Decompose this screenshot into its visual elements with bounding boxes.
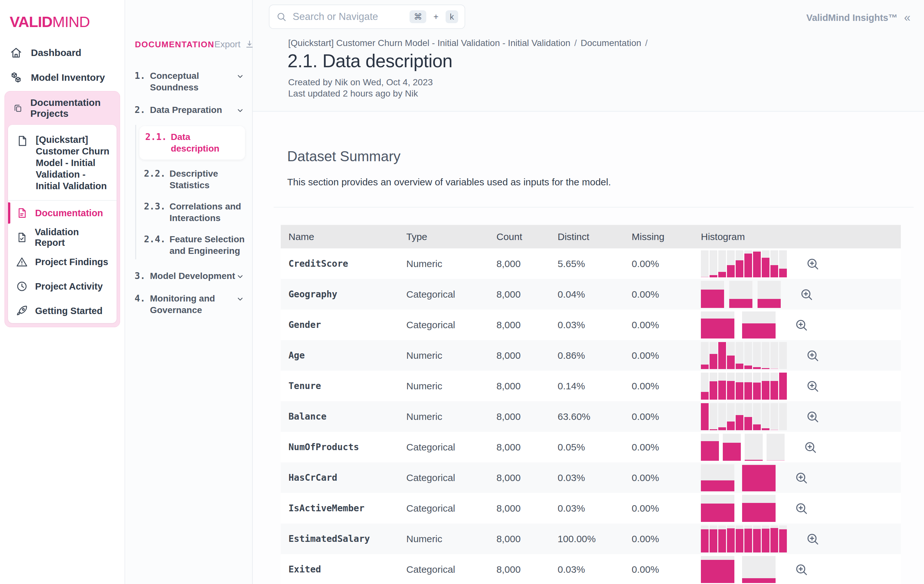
cell-count: 8,000 [497, 319, 558, 331]
sidebar-item-project-activity[interactable]: Project Activity [8, 274, 117, 299]
histogram-bar [762, 368, 769, 369]
histogram-slot [744, 250, 752, 277]
cell-histogram [701, 342, 901, 369]
tree-item-descriptive-statistics[interactable]: 2.2.Descriptive Statistics [136, 168, 245, 191]
histogram-slot [736, 250, 743, 277]
cell-histogram [701, 495, 901, 522]
sidebar-item-documentation[interactable]: Documentation [8, 201, 117, 225]
histogram-bar [771, 429, 778, 430]
histogram-slot [701, 556, 734, 583]
dataset-summary-table: Name Type Count Distinct Missing Histogr… [281, 225, 901, 584]
documentation-nav-title: DOCUMENTATION [135, 39, 214, 49]
histogram-bar [718, 427, 726, 430]
tree-section-number: 1. [135, 70, 145, 93]
histogram-bar [710, 529, 717, 552]
chevron-down-icon[interactable] [235, 71, 245, 81]
tree-item-feature-selection[interactable]: 2.4.Feature Selection and Engineering [136, 234, 245, 257]
histogram [701, 403, 787, 430]
breadcrumb-documentation[interactable]: Documentation [581, 38, 641, 48]
chevron-down-icon[interactable] [235, 271, 245, 281]
histogram-slot [753, 342, 761, 369]
search-input[interactable] [293, 11, 404, 23]
collapse-sidebar-icon[interactable]: « [904, 11, 911, 25]
zoom-in-icon[interactable] [805, 257, 820, 271]
insights-label: ValidMind Insights™ [806, 13, 898, 23]
cell-count: 8,000 [497, 411, 558, 422]
zoom-in-icon[interactable] [805, 532, 820, 546]
tree-section-label: Data Preparation [150, 104, 222, 116]
histogram-bar [771, 368, 778, 369]
histogram-slot [753, 250, 761, 277]
sidebar-item-dashboard[interactable]: Dashboard [0, 40, 125, 65]
sidebar-item-model-inventory[interactable]: Model Inventory [0, 65, 125, 90]
cell-histogram [701, 525, 901, 553]
zoom-in-icon[interactable] [794, 471, 808, 485]
cell-type: Categorical [406, 442, 497, 453]
sidebar-item-project-findings[interactable]: Project Findings [8, 250, 117, 274]
histogram [701, 464, 776, 491]
cell-distinct: 0.04% [558, 289, 632, 300]
zoom-in-icon[interactable] [794, 563, 808, 577]
histogram-slot [771, 342, 778, 369]
cell-type: Numeric [406, 533, 497, 545]
tree-item-number: 2.4. [144, 234, 165, 257]
histogram-bar [727, 355, 735, 369]
cell-name: Balance [281, 411, 406, 422]
tree-section-data-preparation[interactable]: 2.Data Preparation [135, 104, 245, 116]
table-row: EstimatedSalaryNumeric8,000100.00%0.00% [281, 523, 901, 554]
zoom-in-icon[interactable] [805, 410, 820, 424]
tree-item-data-description[interactable]: 2.1.Data description [139, 126, 245, 160]
section-heading: Dataset Summary [287, 148, 924, 165]
chevron-down-icon[interactable] [235, 294, 245, 304]
sidebar-item-documentation-projects[interactable]: Documentation Projects [8, 91, 117, 125]
sidebar-item-getting-started[interactable]: Getting Started [8, 299, 117, 323]
histogram-bar [744, 382, 752, 400]
zoom-in-icon[interactable] [799, 287, 813, 301]
cell-distinct: 0.03% [558, 472, 632, 483]
search-bar[interactable]: ⌘ + k [269, 5, 465, 29]
histogram-bar [736, 260, 743, 277]
cell-distinct: 0.03% [558, 564, 632, 575]
warning-triangle-icon [16, 256, 28, 268]
project-model-item[interactable]: [Quickstart] Customer Churn Model - Init… [8, 125, 117, 201]
search-icon [276, 11, 287, 22]
histogram-slot [771, 373, 778, 400]
histogram-bar [701, 441, 719, 461]
breadcrumb-project[interactable]: [Quickstart] Customer Churn Model - Init… [288, 38, 571, 48]
histogram-slot [727, 525, 735, 553]
histogram-bar [744, 253, 752, 277]
zoom-in-icon[interactable] [805, 349, 820, 363]
histogram-bar [727, 528, 735, 553]
chevron-down-icon[interactable] [235, 105, 245, 115]
histogram-bar [718, 272, 726, 277]
cell-histogram [701, 250, 901, 277]
tree-item-correlations-interactions[interactable]: 2.3.Correlations and Interactions [136, 201, 245, 224]
cell-distinct: 63.60% [558, 411, 632, 422]
column-header-histogram: Histogram [701, 231, 901, 242]
histogram-slot [779, 373, 787, 400]
histogram-slot [723, 434, 741, 461]
zoom-in-icon[interactable] [803, 440, 817, 454]
tree-section-model-development[interactable]: 3.Model Development [135, 270, 245, 282]
primary-nav: Dashboard Model Inventory [0, 40, 125, 90]
cell-histogram [701, 556, 901, 583]
histogram-slot [779, 403, 787, 430]
histogram-bar [727, 381, 735, 399]
tree-section-conceptual-soundness[interactable]: 1.Conceptual Soundness [135, 70, 245, 93]
zoom-in-icon[interactable] [794, 501, 808, 515]
histogram-bar [701, 560, 734, 583]
cell-type: Categorical [406, 319, 497, 331]
histogram-bar [744, 365, 752, 369]
table-row: IsActiveMemberCategorical8,0000.03%0.00% [281, 493, 901, 523]
sidebar-item-validation-report[interactable]: Validation Report [8, 225, 117, 250]
breadcrumb-separator: / [574, 38, 577, 48]
histogram-bar [710, 381, 717, 399]
tree-item-label: Feature Selection and Engineering [169, 234, 245, 257]
zoom-in-icon[interactable] [805, 379, 820, 393]
histogram-slot [742, 311, 776, 339]
export-button[interactable]: Export [214, 39, 255, 49]
cell-histogram [701, 373, 901, 400]
zoom-in-icon[interactable] [794, 318, 808, 332]
histogram-bar [701, 529, 709, 552]
tree-section-monitoring-governance[interactable]: 4.Monitoring and Governance [135, 293, 245, 316]
